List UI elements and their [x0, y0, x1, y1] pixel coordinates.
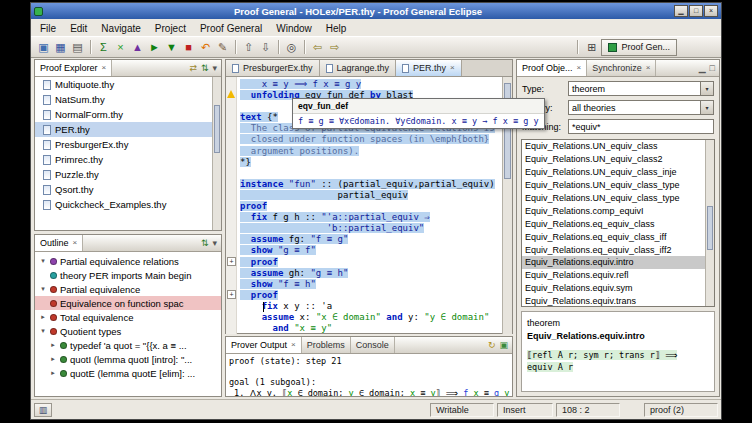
expand-arrow-icon[interactable]: ▾: [39, 285, 47, 293]
outline-item[interactable]: ▾Partial equivalence relations: [35, 254, 221, 268]
menu-project[interactable]: Project: [148, 22, 193, 35]
forward-icon[interactable]: ⇨: [326, 39, 343, 55]
menu-file[interactable]: File: [33, 22, 63, 35]
link-with-editor-icon[interactable]: ⇄: [189, 64, 197, 73]
theorem-list-item[interactable]: Equiv_Relations.UN_equiv_class2: [522, 153, 714, 166]
close-tab-icon[interactable]: [291, 341, 296, 349]
close-icon[interactable]: ×: [704, 5, 718, 17]
objects-tab-synchronize[interactable]: Synchronize: [587, 60, 656, 76]
prover-tab-console[interactable]: Console: [351, 337, 395, 353]
back-icon[interactable]: ⇦: [309, 39, 326, 55]
outline-item[interactable]: theory PER imports Main begin: [35, 268, 221, 282]
code-line[interactable]: *}: [240, 157, 502, 168]
code-line[interactable]: fix x y :: 'a: [240, 301, 502, 312]
prev-annotation-icon[interactable]: ⇧: [240, 39, 257, 55]
fast-view-button[interactable]: ▥: [34, 403, 52, 417]
collapse-all-icon[interactable]: ⇅: [201, 64, 209, 73]
retract-all-icon[interactable]: ▲: [129, 39, 146, 55]
code-line[interactable]: 'b::partial_equiv": [240, 223, 502, 234]
editor-tab-presburgerex-thy[interactable]: PresburgerEx.thy: [226, 60, 320, 76]
fold-marker-icon[interactable]: +: [227, 290, 236, 299]
minimize-view-icon[interactable]: ▁: [699, 64, 706, 73]
code-line[interactable]: show "g ≡ f": [240, 245, 502, 256]
code-line[interactable]: assume x: "x ∈ domain" and y: "y ∈ domai…: [240, 312, 502, 323]
view-tab-outline[interactable]: Outline: [35, 235, 83, 251]
theorem-list-item[interactable]: Equiv_Relations.comp_equivI: [522, 204, 714, 217]
outline-item[interactable]: ▾Quotient types: [35, 324, 221, 338]
code-line[interactable]: proof: [240, 201, 502, 212]
theorem-list-item[interactable]: Equiv_Relations.eq_equiv_class_iff: [522, 230, 714, 243]
theorem-list-item[interactable]: Equiv_Relations.UN_equiv_class_type: [522, 192, 714, 205]
titlebar[interactable]: Proof General - HOLex/PER.thy - Proof Ge…: [31, 3, 721, 19]
menu-window[interactable]: Window: [269, 22, 319, 35]
code-line[interactable]: assume gh: "g ≡ h": [240, 268, 502, 279]
warning-marker-icon[interactable]: [227, 90, 235, 98]
code-line[interactable]: and "x ≡ y": [240, 323, 502, 334]
expand-arrow-icon[interactable]: ▸: [49, 369, 57, 377]
explorer-item-natsum-thy[interactable]: NatSum.thy: [35, 92, 221, 107]
advance-icon[interactable]: ▼: [163, 39, 180, 55]
stop-icon[interactable]: ■: [180, 39, 197, 55]
dropdown-arrow-icon[interactable]: [700, 101, 713, 114]
explorer-item-primrec-thy[interactable]: Primrec.thy: [35, 152, 221, 167]
theorem-list-item[interactable]: Equiv_Relations.equiv.trans: [522, 295, 714, 307]
expand-arrow-icon[interactable]: ▾: [39, 257, 47, 265]
save-icon[interactable]: ▦: [52, 39, 69, 55]
matching-input[interactable]: *equiv*: [568, 119, 714, 134]
expand-arrow-icon[interactable]: ▸: [49, 341, 57, 349]
status-prover-progress[interactable]: proof (2): [644, 403, 718, 417]
outline-item[interactable]: ▸quotI (lemma quotI [intro]: "...: [35, 352, 221, 366]
undo-step-icon[interactable]: ↶: [197, 39, 214, 55]
theorem-list-item[interactable]: Equiv_Relations.eq_equiv_class_iff2: [522, 243, 714, 256]
isabelle-sigma-icon[interactable]: Σ: [95, 39, 112, 55]
outline-item[interactable]: Equivalence on function spac: [35, 296, 221, 310]
code-line[interactable]: partial_equiv: [240, 190, 502, 201]
code-line[interactable]: x ≡ y ⟹ f x ≡ g y: [240, 79, 502, 90]
menu-navigate[interactable]: Navigate: [94, 22, 147, 35]
close-tab-icon[interactable]: [450, 64, 455, 72]
objects-tab-proof-obje[interactable]: Proof Obje...: [517, 60, 587, 76]
type-select[interactable]: theorem: [568, 81, 714, 96]
view-menu-icon[interactable]: ▾: [212, 64, 217, 73]
maximize-view-icon[interactable]: □: [710, 64, 715, 73]
code-line[interactable]: proof: [240, 257, 502, 268]
explorer-item-normalform-thy[interactable]: NormalForm.thy: [35, 107, 221, 122]
explorer-item-puzzle-thy[interactable]: Puzzle.thy: [35, 167, 221, 182]
open-perspective-icon[interactable]: ⊞: [587, 41, 596, 54]
dropdown-arrow-icon[interactable]: [700, 82, 713, 95]
send-to-point-icon[interactable]: ►: [146, 39, 163, 55]
minimize-icon[interactable]: ▁: [674, 5, 688, 17]
theorem-list-item[interactable]: Equiv_Relations.equiv.intro: [522, 256, 714, 269]
view-menu-icon[interactable]: ▾: [212, 239, 217, 248]
outline-item[interactable]: ▸Total equivalence: [35, 310, 221, 324]
theorem-list-item[interactable]: Equiv_Relations.UN_equiv_class: [522, 140, 714, 153]
menu-edit[interactable]: Edit: [63, 22, 94, 35]
view-tab-proof-explorer[interactable]: Proof Explorer: [35, 60, 112, 76]
outline-item[interactable]: ▸quotE (lemma quotE [elim]: ...: [35, 366, 221, 380]
code-line[interactable]: assume fg: "f ≡ g": [240, 234, 502, 245]
menu-help[interactable]: Help: [319, 22, 354, 35]
expand-arrow-icon[interactable]: ▸: [49, 355, 57, 363]
maximize-icon[interactable]: □: [689, 5, 703, 17]
sort-icon[interactable]: ⇅: [201, 239, 209, 248]
theorem-list-item[interactable]: Equiv_Relations.eq_equiv_class: [522, 217, 714, 230]
prover-tab-problems[interactable]: Problems: [302, 337, 351, 353]
scrollbar-thumb[interactable]: [214, 105, 220, 154]
perspective-button[interactable]: Proof Gen...: [601, 39, 677, 56]
fold-marker-icon[interactable]: +: [227, 257, 236, 266]
search-icon[interactable]: ◎: [283, 39, 300, 55]
explorer-item-presburgerex-thy[interactable]: PresburgerEx.thy: [35, 137, 221, 152]
close-tab-icon[interactable]: [646, 64, 651, 72]
code-line[interactable]: [240, 168, 502, 179]
pin-output-icon[interactable]: ▣: [499, 341, 508, 350]
explorer-item-quickcheck-examples-thy[interactable]: Quickcheck_Examples.thy: [35, 197, 221, 212]
next-annotation-icon[interactable]: ⇩: [257, 39, 274, 55]
theorem-list-item[interactable]: Equiv_Relations.UN_equiv_class_inje: [522, 166, 714, 179]
theorem-list-item[interactable]: Equiv_Relations.equiv.refl: [522, 269, 714, 282]
menu-proof-general[interactable]: Proof General: [193, 22, 269, 35]
editor-tab-lagrange-thy[interactable]: Lagrange.thy: [320, 60, 397, 76]
close-tab-icon[interactable]: [102, 64, 107, 72]
theorem-list-item[interactable]: Equiv_Relations.UN_equiv_class_type: [522, 179, 714, 192]
theorem-list-item[interactable]: Equiv_Relations.equiv.sym: [522, 282, 714, 295]
editor-tab-per-thy[interactable]: PER.thy: [396, 60, 462, 76]
